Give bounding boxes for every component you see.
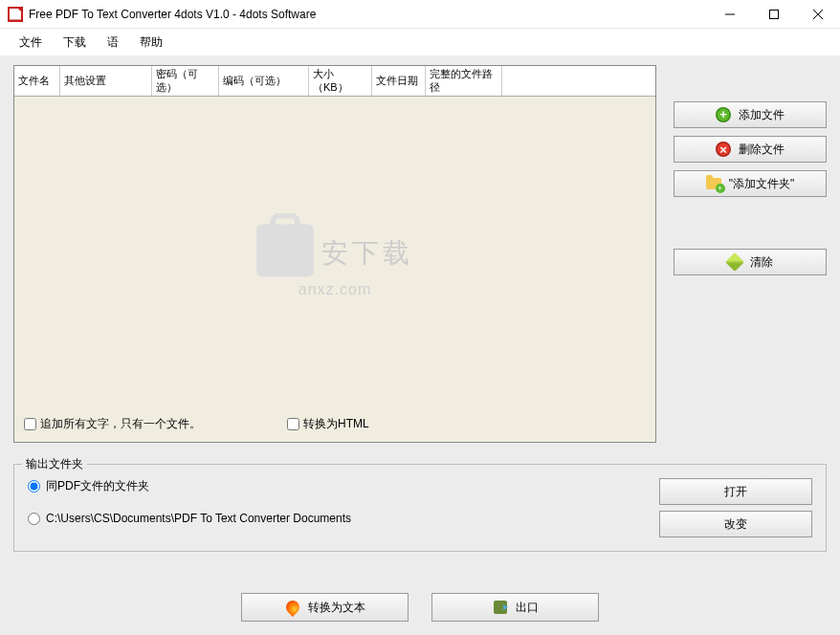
append-checkbox[interactable] bbox=[24, 418, 36, 430]
tohtml-checkbox[interactable] bbox=[287, 418, 299, 430]
delete-icon bbox=[716, 142, 731, 157]
add-file-button[interactable]: 添加文件 bbox=[674, 101, 827, 128]
menu-help[interactable]: 帮助 bbox=[130, 31, 172, 55]
add-file-label: 添加文件 bbox=[739, 107, 785, 123]
checkbox-tohtml[interactable]: 转换为HTML bbox=[287, 416, 369, 432]
col-encoding[interactable]: 编码（可选） bbox=[219, 66, 309, 96]
window-title: Free PDF To Text Converter 4dots V1.0 - … bbox=[29, 8, 708, 21]
radio-custom-folder[interactable]: C:\Users\CS\Documents\PDF To Text Conver… bbox=[28, 512, 642, 525]
convert-button[interactable]: 转换为文本 bbox=[241, 593, 409, 622]
app-icon bbox=[8, 7, 23, 22]
change-label: 改变 bbox=[724, 516, 747, 533]
col-filename[interactable]: 文件名 bbox=[14, 66, 60, 96]
col-other[interactable]: 其他设置 bbox=[60, 66, 152, 96]
same-folder-radio[interactable] bbox=[28, 480, 40, 493]
grid-header: 文件名 其他设置 密码（可选） 编码（可选） 大小（KB） 文件日期 完整的文件… bbox=[14, 66, 655, 97]
exit-button[interactable]: 出口 bbox=[431, 593, 599, 622]
menu-lang[interactable]: 语 bbox=[98, 31, 128, 55]
output-folder-group: 输出文件夹 同PDF文件的文件夹 C:\Users\CS\Documents\P… bbox=[13, 464, 827, 552]
folder-plus-icon bbox=[706, 178, 721, 189]
change-button[interactable]: 改变 bbox=[659, 511, 812, 537]
clear-label: 清除 bbox=[750, 254, 773, 271]
watermark: 安下载 anxz.com bbox=[256, 225, 413, 298]
group-title: 输出文件夹 bbox=[22, 456, 87, 472]
exit-label: 出口 bbox=[516, 600, 539, 616]
file-grid[interactable]: 文件名 其他设置 密码（可选） 编码（可选） 大小（KB） 文件日期 完整的文件… bbox=[13, 65, 656, 443]
custom-folder-radio[interactable] bbox=[28, 513, 40, 525]
fire-icon bbox=[283, 598, 302, 617]
remove-file-label: 删除文件 bbox=[739, 142, 785, 158]
broom-icon bbox=[725, 252, 744, 272]
col-password[interactable]: 密码（可选） bbox=[152, 66, 219, 96]
open-button[interactable]: 打开 bbox=[659, 478, 812, 505]
radio-same-folder[interactable]: 同PDF文件的文件夹 bbox=[28, 478, 642, 494]
menu-file[interactable]: 文件 bbox=[10, 31, 52, 55]
col-path[interactable]: 完整的文件路径 bbox=[426, 66, 502, 96]
col-size[interactable]: 大小（KB） bbox=[309, 66, 372, 96]
svg-rect-1 bbox=[770, 10, 779, 18]
open-label: 打开 bbox=[724, 484, 747, 500]
minimize-button[interactable] bbox=[708, 0, 752, 28]
tohtml-label: 转换为HTML bbox=[303, 416, 369, 432]
add-folder-button[interactable]: "添加文件夹" bbox=[674, 170, 827, 197]
exit-icon bbox=[494, 601, 507, 614]
titlebar: Free PDF To Text Converter 4dots V1.0 - … bbox=[0, 0, 840, 29]
add-folder-label: "添加文件夹" bbox=[729, 176, 795, 192]
menu-download[interactable]: 下载 bbox=[54, 31, 96, 55]
checkbox-append[interactable]: 追加所有文字，只有一个文件。 bbox=[24, 416, 201, 432]
col-date[interactable]: 文件日期 bbox=[372, 66, 426, 96]
same-folder-label: 同PDF文件的文件夹 bbox=[46, 478, 149, 494]
maximize-button[interactable] bbox=[752, 0, 796, 28]
custom-folder-label: C:\Users\CS\Documents\PDF To Text Conver… bbox=[46, 512, 351, 525]
append-label: 追加所有文字，只有一个文件。 bbox=[40, 416, 201, 432]
remove-file-button[interactable]: 删除文件 bbox=[674, 136, 827, 163]
close-button[interactable] bbox=[796, 0, 840, 28]
menubar: 文件 下载 语 帮助 bbox=[0, 29, 840, 55]
convert-label: 转换为文本 bbox=[308, 600, 365, 616]
clear-button[interactable]: 清除 bbox=[674, 249, 827, 275]
plus-icon bbox=[716, 107, 731, 122]
